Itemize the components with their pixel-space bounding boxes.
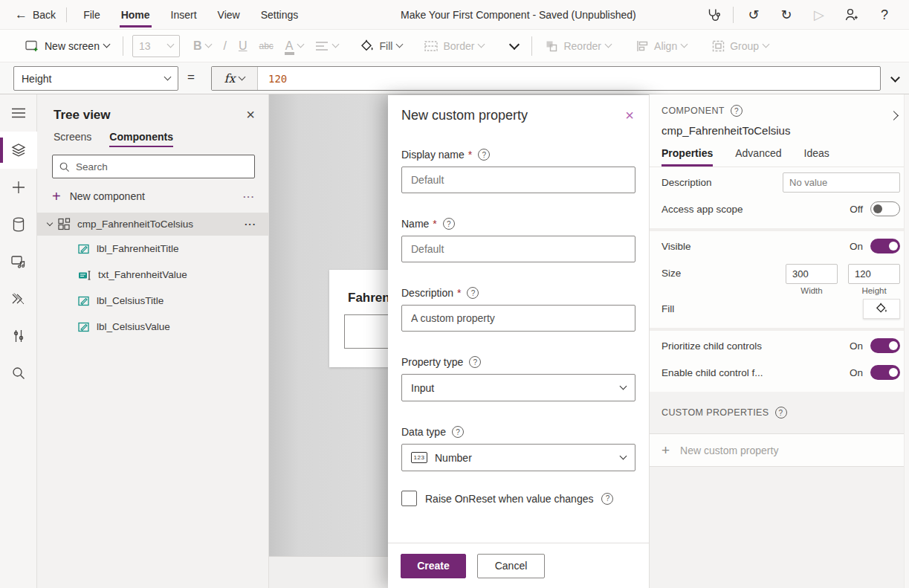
width-input[interactable] [786,264,838,284]
font-size-dropdown[interactable]: 13 [132,35,180,57]
custom-properties-header: CUSTOM PROPERTIES ? [650,392,909,434]
media-rail-icon[interactable] [0,243,37,280]
fill-button[interactable]: Fill [355,34,409,58]
collapse-panel-button[interactable] [886,111,897,123]
tree-item-label[interactable]: lbl_FahrenheitTitle [37,236,268,262]
italic-button[interactable]: / [217,34,232,58]
help-circle-icon[interactable]: ? [601,493,613,505]
help-circle-icon[interactable]: ? [731,105,743,117]
power-automate-rail-icon[interactable] [0,280,37,317]
tree-item-label[interactable]: lbl_CelsiusTitle [37,288,268,314]
component-icon [58,218,71,230]
tree-search-box[interactable] [52,155,255,178]
tree-item-textinput[interactable]: txt_FahrenheitValue [37,262,268,288]
description-input[interactable] [783,172,900,193]
share-person-icon[interactable] [838,3,866,27]
fill-color-button[interactable] [863,299,900,319]
tab-components[interactable]: Components [109,131,173,149]
visible-toggle[interactable] [870,239,900,253]
preview-play-icon[interactable]: ▷ [805,3,833,27]
cancel-button[interactable]: Cancel [477,554,545,578]
insert-rail-icon[interactable] [0,169,37,206]
description-input[interactable] [401,305,635,332]
property-type-value: Input [411,382,434,394]
tree-item-component[interactable]: cmp_FahrenheitToCelsius ··· [37,213,268,236]
ellipsis-icon[interactable]: ··· [245,219,256,230]
tab-ideas[interactable]: Ideas [804,147,829,167]
control-name: lbl_FahrenheitTitle [97,243,179,254]
menu-file[interactable]: File [73,0,111,30]
new-screen-button[interactable]: New screen [19,34,115,58]
property-label: Size [661,268,681,279]
prioritize-child-controls-toggle[interactable] [870,338,900,353]
help-circle-icon[interactable]: ? [478,149,490,161]
tree-item-label[interactable]: lbl_CelsiusValue [37,314,268,340]
hamburger-menu-icon[interactable] [0,94,37,132]
data-type-dropdown[interactable]: 123 Number [401,444,635,471]
toggle-knob [889,368,898,377]
tab-properties[interactable]: Properties [661,147,713,167]
name-input[interactable] [401,236,635,262]
search-input[interactable] [76,161,248,172]
ellipsis-icon[interactable]: ··· [243,191,255,202]
access-app-scope-toggle[interactable] [870,201,900,216]
top-menu-bar: ← Back File Home Insert View Settings Ma… [0,0,909,30]
formula-input[interactable]: fx 120 [211,66,881,91]
divider [531,36,532,56]
menu-view[interactable]: View [207,0,250,30]
properties-panel: COMPONENT ? cmp_FahrenheitToCelsius Prop… [649,94,909,588]
raise-onreset-checkbox[interactable] [401,491,417,506]
strikethrough-button[interactable]: abc [253,34,279,58]
tree-view-header: Tree view × [37,94,268,128]
tab-advanced[interactable]: Advanced [735,147,781,167]
formula-expand-button[interactable] [887,73,899,85]
search-rail-icon[interactable] [0,355,37,392]
bold-label: B [193,39,202,53]
create-button[interactable]: Create [401,554,466,578]
formula-value[interactable]: 120 [258,67,287,90]
menu-settings[interactable]: Settings [250,0,309,30]
group-button[interactable]: Group [706,34,774,58]
undo-icon[interactable]: ↺ [740,3,768,27]
menu-home[interactable]: Home [111,0,161,30]
advanced-tools-rail-icon[interactable] [0,317,37,355]
data-rail-icon[interactable] [0,206,37,243]
chevron-down-icon[interactable] [47,219,53,225]
help-icon[interactable]: ? [870,3,899,27]
redo-icon[interactable]: ↻ [772,3,800,27]
text-align-button[interactable] [309,34,344,58]
tab-screens[interactable]: Screens [54,131,91,149]
property-type-dropdown[interactable]: Input [401,374,635,401]
enable-child-control-toggle[interactable] [870,365,900,380]
tree-view-rail-icon[interactable] [0,132,37,169]
font-color-button[interactable]: A [279,34,309,58]
menu-insert[interactable]: Insert [161,0,207,30]
fx-dropdown[interactable]: fx [212,67,258,90]
help-circle-icon[interactable]: ? [452,426,464,438]
divider [123,36,123,56]
property-label: Enable child control f... [661,367,763,378]
new-component-button[interactable]: + New component ··· [52,183,255,210]
ribbon-overflow-button[interactable] [500,34,524,58]
toggle-state-label: On [850,367,863,378]
scrollbar-track[interactable] [904,94,909,588]
new-screen-label: New screen [45,40,100,52]
app-checker-icon[interactable] [699,3,727,27]
close-icon[interactable]: × [246,106,255,123]
height-input[interactable] [848,264,900,284]
help-circle-icon[interactable]: ? [775,407,787,419]
help-circle-icon[interactable]: ? [443,218,455,230]
control-name: txt_FahrenheitValue [98,269,187,280]
help-circle-icon[interactable]: ? [469,356,481,368]
close-icon[interactable]: × [625,107,634,124]
new-custom-property-button[interactable]: + New custom property [650,434,909,467]
help-circle-icon[interactable]: ? [467,287,479,299]
display-name-input[interactable] [401,167,635,193]
border-button[interactable]: Border [418,34,490,58]
underline-button[interactable]: U [233,34,253,58]
property-dropdown[interactable]: Height [13,66,178,91]
bold-button[interactable]: B [187,34,218,58]
back-button[interactable]: ← Back [15,7,56,22]
align-button[interactable]: Align [630,34,693,58]
reorder-button[interactable]: Reorder [540,34,617,58]
